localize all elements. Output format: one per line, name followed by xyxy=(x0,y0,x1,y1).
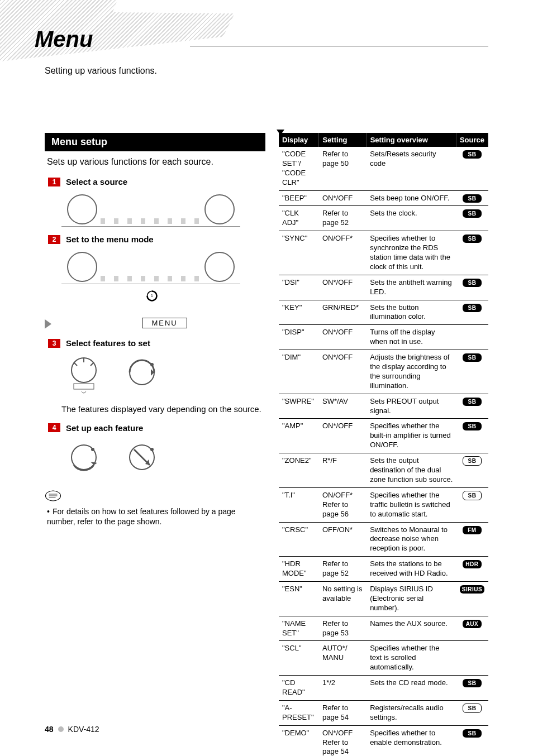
triangle-marker-icon xyxy=(277,130,284,135)
svg-marker-8 xyxy=(91,462,97,465)
step-number: 4 xyxy=(48,423,60,432)
cell-source: SB xyxy=(456,206,488,231)
knob-illustrations xyxy=(61,352,265,397)
source-badge: SB xyxy=(463,679,482,687)
table-row: "CD READ"1*/2Sets the CD read mode.SB xyxy=(279,676,488,701)
cell-setting: AUTO*/ MANU xyxy=(319,641,367,676)
source-badge: SB xyxy=(463,456,482,466)
cell-display: "BEEP" xyxy=(279,190,319,206)
table-row: "CLK ADJ"Refer to page 52Sets the clock.… xyxy=(279,206,488,231)
cell-display: "A- PRESET" xyxy=(279,700,319,725)
step3-caption: The features displayed vary depending on… xyxy=(61,404,265,415)
cell-source: FM xyxy=(456,522,488,557)
model-name: KDV-412 xyxy=(68,725,99,734)
knob-turn-icon xyxy=(61,437,106,482)
cell-setting: ON*/OFF xyxy=(319,350,367,394)
step-number: 1 xyxy=(48,178,60,186)
cell-setting: ON*/OFF xyxy=(319,419,367,453)
cell-source: SB xyxy=(456,394,488,419)
step-number: 2 xyxy=(48,235,60,244)
cell-source: SB xyxy=(456,275,488,300)
cell-overview: Sets/Resets security code xyxy=(367,147,456,190)
cell-source: SB xyxy=(456,487,488,522)
menu-tag-label: MENU xyxy=(142,318,187,328)
footer-dot-icon xyxy=(58,726,64,732)
step-label: Select features to set xyxy=(66,338,150,348)
page-title: Menu xyxy=(35,27,93,52)
cell-setting: Refer to page 53 xyxy=(319,616,367,641)
cell-display: "DISP" xyxy=(279,325,319,350)
cell-overview: Displays SIRIUS ID (Electronic serial nu… xyxy=(367,581,456,616)
cell-display: "T.I" xyxy=(279,487,319,522)
source-badge: SB xyxy=(463,209,482,218)
cell-setting: No setting is available xyxy=(319,581,367,616)
cell-source: SB xyxy=(456,419,488,453)
source-badge: SB xyxy=(463,353,482,362)
lead-text: Sets up various functions for each sourc… xyxy=(45,157,265,167)
cell-overview: Specifies whether the traffic bulletin i… xyxy=(367,487,456,522)
table-row: "SCL"AUTO*/ MANUSpecifies whether the te… xyxy=(279,641,488,676)
hold-indicator-icon: 1 xyxy=(134,292,162,318)
knob-turn-icon xyxy=(120,352,164,397)
cell-overview: Names the AUX source. xyxy=(367,616,456,641)
cell-overview: Sets the antitheft warning LED. xyxy=(367,275,456,300)
source-badge: SB xyxy=(463,304,482,312)
cell-overview: Adjusts the brightness of the display ac… xyxy=(367,350,456,394)
cell-overview: Sets PREOUT output signal. xyxy=(367,394,456,419)
source-badge: SB xyxy=(463,704,482,713)
table-header-row: Display Setting Setting overview Source xyxy=(279,133,488,147)
cell-source: SB xyxy=(456,453,488,488)
col-display: Display xyxy=(279,133,319,147)
table-row: "DEMO"ON*/OFF Refer to page 54Specifies … xyxy=(279,725,488,756)
page-subtitle: Setting up various functions. xyxy=(45,66,157,76)
svg-point-6 xyxy=(150,363,154,366)
cell-source: SB xyxy=(456,147,488,190)
svg-point-9 xyxy=(91,448,94,451)
cell-display: "CRSC" xyxy=(279,522,319,557)
cell-display: "CODE SET"/ "CODE CLR" xyxy=(279,147,319,190)
radio-faceplate-illustration xyxy=(61,191,240,227)
step-3: 3 Select features to set xyxy=(48,338,265,348)
cell-setting: ON*/OFF xyxy=(319,325,367,350)
radio-faceplate-illustration xyxy=(61,248,240,284)
knob-tilt-icon xyxy=(120,437,164,482)
source-badge: SB xyxy=(463,279,482,287)
page-number: 48 xyxy=(45,725,54,734)
cell-source: AUX xyxy=(456,616,488,641)
cell-display: "CD READ" xyxy=(279,676,319,701)
col-overview: Setting overview xyxy=(367,133,456,147)
source-badge: SIRIUS xyxy=(460,585,484,594)
cell-overview: Specifies whether to enable demonstratio… xyxy=(367,725,456,756)
cell-overview: Sets the button illumination color. xyxy=(367,300,456,325)
cell-setting: Refer to page 52 xyxy=(319,557,367,582)
knob-illustrations xyxy=(61,437,265,482)
cell-overview: Specifies whether the built-in amplifier… xyxy=(367,419,456,453)
cell-display: "NAME SET" xyxy=(279,616,319,641)
source-badge: FM xyxy=(463,526,482,534)
cell-overview: Sets the output destination of the dual … xyxy=(367,453,456,488)
cell-source: SB xyxy=(456,676,488,701)
svg-text:1: 1 xyxy=(151,294,153,298)
cell-display: "SWPRE" xyxy=(279,394,319,419)
left-column: Menu setup Sets up various functions for… xyxy=(45,133,265,756)
step-1: 1 Select a source xyxy=(48,177,265,186)
cell-source xyxy=(456,641,488,676)
cell-overview: Sets the stations to be received with HD… xyxy=(367,557,456,582)
table-row: "DISP"ON*/OFFTurns off the display when … xyxy=(279,325,488,350)
cell-setting: Refer to page 50 xyxy=(319,147,367,190)
table-row: "A- PRESET"Refer to page 54Registers/rec… xyxy=(279,700,488,725)
table-row: "NAME SET"Refer to page 53Names the AUX … xyxy=(279,616,488,641)
cell-display: "SYNC" xyxy=(279,231,319,275)
cell-overview: Registers/recalls audio settings. xyxy=(367,700,456,725)
table-row: "DSI"ON*/OFFSets the antitheft warning L… xyxy=(279,275,488,300)
settings-table-wrap: Display Setting Setting overview Source … xyxy=(279,133,488,756)
table-row: "ESN"No setting is availableDisplays SIR… xyxy=(279,581,488,616)
cell-overview: Switches to Monaural to decrease noise w… xyxy=(367,522,456,557)
cell-overview: Sets beep tone ON/OFF. xyxy=(367,190,456,206)
cell-source xyxy=(456,325,488,350)
cell-display: "SCL" xyxy=(279,641,319,676)
cell-source: SB xyxy=(456,725,488,756)
cell-setting: Refer to page 52 xyxy=(319,206,367,231)
knob-push-icon xyxy=(61,352,106,397)
cell-setting: R*/F xyxy=(319,453,367,488)
